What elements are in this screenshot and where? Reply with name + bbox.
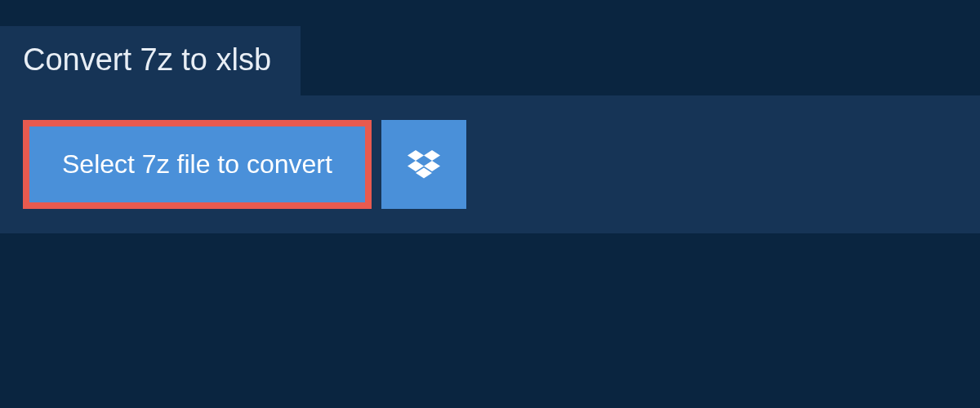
page-title-text: Convert 7z to xlsb: [23, 42, 271, 77]
select-file-highlight: Select 7z file to convert: [23, 120, 372, 209]
dropbox-icon: [408, 150, 440, 180]
button-row: Select 7z file to convert: [23, 120, 957, 209]
upload-panel: Select 7z file to convert: [0, 95, 980, 233]
select-file-button[interactable]: Select 7z file to convert: [29, 126, 365, 202]
select-file-label: Select 7z file to convert: [62, 149, 332, 179]
page-title-tab: Convert 7z to xlsb: [0, 26, 301, 95]
dropbox-button[interactable]: [381, 120, 466, 209]
